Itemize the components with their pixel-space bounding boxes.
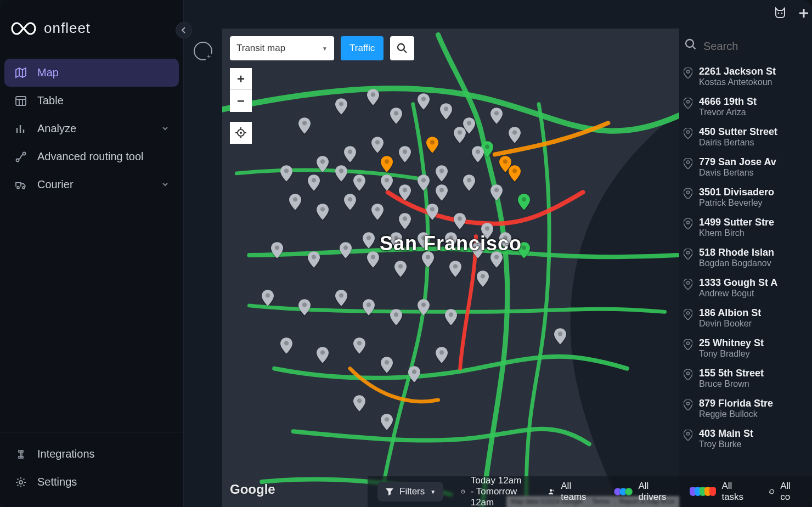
task-list[interactable]: 2261 Jackson StKostas Antetokoun4666 19t… <box>679 61 812 507</box>
map-pin[interactable] <box>509 127 521 143</box>
map-pin[interactable] <box>554 328 566 345</box>
map-pin[interactable] <box>353 337 365 354</box>
last-chip[interactable]: All co <box>761 476 802 507</box>
task-search-input[interactable] <box>703 40 812 53</box>
map-pin[interactable] <box>418 93 430 110</box>
task-item[interactable]: 155 5th StreetBruce Brown <box>679 363 812 393</box>
map-pin[interactable] <box>271 242 283 258</box>
sidebar-item-integrations[interactable]: Integrations <box>4 440 179 468</box>
task-item[interactable]: 518 Rhode IslanBogdan Bogdanov <box>679 243 812 273</box>
locate-button[interactable] <box>230 122 252 144</box>
sidebar-item-table[interactable]: Table <box>4 87 179 115</box>
task-item[interactable]: 1499 Sutter StreKhem Birch <box>679 212 812 243</box>
sidebar-collapse-handle[interactable] <box>176 22 192 38</box>
map-pin[interactable] <box>390 232 402 249</box>
map-pin[interactable] <box>418 299 430 316</box>
map-pin[interactable] <box>426 204 438 220</box>
map-pin[interactable] <box>481 223 493 239</box>
traffic-toggle[interactable]: Traffic <box>341 36 384 60</box>
map-pin[interactable] <box>371 204 384 220</box>
map-pin[interactable] <box>289 194 301 210</box>
task-item[interactable]: 779 San Jose AvDavis Bertans <box>679 152 812 182</box>
map-pin[interactable] <box>367 251 379 268</box>
map-pin[interactable] <box>418 232 430 249</box>
map-pin[interactable] <box>472 146 484 162</box>
filters-chip[interactable]: Filters ▼ <box>377 482 443 502</box>
map-pin[interactable] <box>344 146 356 162</box>
map-pin[interactable] <box>262 290 274 306</box>
map-pin[interactable] <box>335 98 347 115</box>
tasks-chip[interactable]: All tasks <box>684 476 751 507</box>
map-pin[interactable] <box>418 174 430 191</box>
map-pin[interactable] <box>363 232 375 249</box>
map-pin[interactable] <box>490 108 503 124</box>
map-pin[interactable] <box>477 271 489 287</box>
map-pin[interactable] <box>436 347 448 363</box>
cat-icon[interactable] <box>774 7 787 22</box>
map-pin[interactable] <box>463 174 475 191</box>
map-pin[interactable] <box>436 165 448 182</box>
task-item[interactable]: 4666 19th StTrevor Ariza <box>679 92 812 122</box>
sidebar-item-settings[interactable]: Settings <box>4 468 179 496</box>
task-item[interactable]: 403 Main StTroy Burke <box>679 424 812 454</box>
map-pin[interactable] <box>280 165 292 182</box>
map-pin[interactable] <box>390 108 402 124</box>
task-item[interactable]: 879 Florida StreReggie Bullock <box>679 393 812 424</box>
map-pin[interactable] <box>408 366 420 382</box>
sidebar-item-courier[interactable]: Courier <box>4 171 179 199</box>
drivers-chip[interactable]: All drivers <box>606 476 674 507</box>
map-pin[interactable] <box>317 204 329 220</box>
map-pin[interactable] <box>353 174 365 191</box>
map-pin[interactable] <box>454 213 466 229</box>
map-pin[interactable] <box>371 137 384 153</box>
map-pin[interactable] <box>390 309 402 325</box>
map-pin[interactable] <box>344 194 356 210</box>
map-pin[interactable] <box>381 156 393 172</box>
zoom-in-button[interactable]: + <box>230 68 252 90</box>
map-pin[interactable] <box>340 242 352 258</box>
map-pin[interactable] <box>518 242 530 258</box>
map-pin[interactable] <box>472 242 484 258</box>
zoom-out-button[interactable]: − <box>230 90 252 112</box>
map-pin[interactable] <box>335 165 347 182</box>
map-pin[interactable] <box>399 213 411 229</box>
task-item[interactable]: 1333 Gough St AAndrew Bogut <box>679 273 812 303</box>
sidebar-item-map[interactable]: Map <box>4 59 179 87</box>
add-icon[interactable] <box>798 7 810 21</box>
map-search-button[interactable] <box>390 36 414 60</box>
map-pin[interactable] <box>317 156 329 172</box>
time-range-chip[interactable]: Today 12am - Tomorrow 12am <box>453 471 531 507</box>
map-type-dropdown[interactable]: Transit map ▼ <box>230 36 334 60</box>
task-item[interactable]: 186 Albion StDevin Booker <box>679 303 812 333</box>
map-pin[interactable] <box>436 184 448 201</box>
map-pin[interactable] <box>440 103 452 120</box>
map-pin[interactable] <box>363 299 375 316</box>
sidebar-item-analyze[interactable]: Analyze <box>4 115 179 143</box>
new-chat-button[interactable] <box>194 42 212 60</box>
task-item[interactable]: 3501 DivisaderoPatrick Beverley <box>679 182 812 212</box>
map-pin[interactable] <box>490 184 503 201</box>
map-pin[interactable] <box>298 117 311 134</box>
map-pin[interactable] <box>449 261 461 277</box>
map-pin[interactable] <box>381 174 393 191</box>
map-pin[interactable] <box>399 184 411 201</box>
map-pin[interactable] <box>308 174 320 191</box>
task-item[interactable]: 2261 Jackson StKostas Antetokoun <box>679 61 812 92</box>
map-viewport[interactable]: Transit map ▼ Traffic + − San Francisco <box>222 29 679 507</box>
map-pin[interactable] <box>280 337 292 354</box>
map-pin[interactable] <box>367 89 379 105</box>
teams-chip[interactable]: All teams <box>540 476 596 507</box>
task-item[interactable]: 450 Sutter StreetDairis Bertans <box>679 122 812 152</box>
map-pin[interactable] <box>317 347 329 363</box>
map-pin[interactable] <box>308 251 320 268</box>
map-pin[interactable] <box>499 232 511 249</box>
map-pin[interactable] <box>381 414 393 430</box>
map-pin[interactable] <box>490 251 503 268</box>
map-pin[interactable] <box>445 232 457 249</box>
map-pin[interactable] <box>353 395 365 412</box>
map-pin[interactable] <box>298 299 311 316</box>
map-pin[interactable] <box>399 146 411 162</box>
task-item[interactable]: 25 Whitney StTony Bradley <box>679 333 812 363</box>
map-pin[interactable] <box>454 127 466 143</box>
map-pin[interactable] <box>509 165 521 182</box>
